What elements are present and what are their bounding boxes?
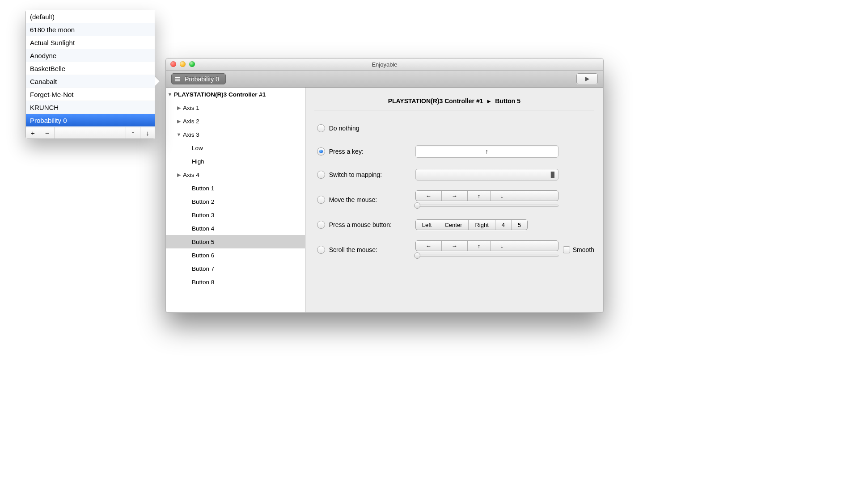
slider-thumb[interactable] — [414, 252, 420, 259]
mapping-item[interactable]: Anodyne — [26, 49, 155, 62]
radio-move-mouse[interactable] — [317, 196, 325, 204]
mouse-btn-Left[interactable]: Left — [416, 220, 439, 230]
tree-item-label: Axis 3 — [183, 131, 199, 138]
current-mapping-selector[interactable]: Probability 0 — [171, 73, 226, 84]
scroll-dir-↓[interactable]: ↓ — [491, 241, 513, 251]
caret-down-icon: ▼ — [177, 132, 181, 137]
tree-item-label: Button 6 — [192, 252, 214, 259]
mouse-btn-5[interactable]: 5 — [512, 220, 527, 230]
tree-item[interactable]: High — [166, 155, 305, 168]
tree-item[interactable]: ▶Axis 4 — [166, 168, 305, 181]
tree-item-label: Button 3 — [192, 212, 214, 218]
window-title: Enjoyable — [166, 61, 603, 68]
tree-item[interactable]: Button 6 — [166, 248, 305, 262]
option-press-mouse[interactable]: Press a mouse button: LeftCenterRight45 — [317, 213, 594, 236]
tree-item-label: Axis 2 — [183, 118, 199, 125]
option-do-nothing[interactable]: Do nothing — [317, 117, 594, 140]
tree-item[interactable]: ▶Axis 1 — [166, 101, 305, 114]
scroll-dir-←[interactable]: ← — [416, 241, 442, 251]
mapping-item[interactable]: Actual Sunlight — [26, 36, 155, 49]
play-button[interactable] — [576, 73, 598, 84]
heading-input: Button 5 — [495, 97, 520, 105]
tree-item[interactable]: Low — [166, 141, 305, 155]
scroll-speed-slider[interactable] — [415, 255, 558, 259]
scroll-direction-segmented[interactable]: ←→↑↓ — [415, 240, 558, 251]
radio-scroll-mouse[interactable] — [317, 246, 325, 254]
move-dir-←[interactable]: ← — [416, 191, 442, 201]
label-press-key: Press a key: — [329, 148, 364, 155]
tree-item[interactable]: Button 1 — [166, 181, 305, 195]
label-scroll-mouse: Scroll the mouse: — [329, 246, 377, 253]
smooth-checkbox[interactable] — [563, 246, 570, 253]
mouse-btn-Center[interactable]: Center — [438, 220, 469, 230]
scroll-dir-↑[interactable]: ↑ — [468, 241, 491, 251]
option-press-key[interactable]: Press a key: ↑ — [317, 140, 594, 163]
tree-device-label: PLAYSTATION(R)3 Controller #1 — [174, 91, 266, 98]
key-field-value: ↑ — [485, 148, 488, 155]
label-move-mouse: Move the mouse: — [329, 196, 377, 203]
radio-press-mouse[interactable] — [317, 221, 325, 229]
play-icon — [584, 76, 590, 82]
app-window: Enjoyable Probability 0 ▼ PLAYSTATION(R)… — [165, 58, 604, 313]
remove-mapping-button[interactable]: − — [40, 127, 55, 139]
mappings-list[interactable]: (default)6180 the moonActual SunlightAno… — [26, 10, 155, 127]
mappings-footer: + − ↑ ↓ — [26, 127, 155, 139]
mouse-btn-Right[interactable]: Right — [469, 220, 495, 230]
mouse-button-segmented[interactable]: LeftCenterRight45 — [415, 219, 528, 230]
caret-right-icon: ▶ — [177, 118, 181, 124]
label-do-nothing: Do nothing — [329, 125, 360, 132]
detail-heading: PLAYSTATION(R)3 Controller #1 ▸ Button 5 — [305, 88, 603, 110]
move-dir-→[interactable]: → — [442, 191, 468, 201]
mapping-item[interactable]: 6180 the moon — [26, 23, 155, 36]
tree-item[interactable]: Button 3 — [166, 208, 305, 222]
tree-item[interactable]: Button 8 — [166, 275, 305, 289]
mapping-item[interactable]: BasketBelle — [26, 62, 155, 75]
heading-device: PLAYSTATION(R)3 Controller #1 — [388, 97, 483, 105]
slider-track — [415, 255, 558, 257]
caret-right-icon: ▶ — [177, 172, 181, 178]
tree-item-label: Button 8 — [192, 279, 214, 286]
mapping-item[interactable]: KRUNCH — [26, 101, 155, 114]
tree-item[interactable]: Button 2 — [166, 195, 305, 208]
mapping-item[interactable]: (default) — [26, 10, 155, 23]
radio-press-key[interactable] — [317, 147, 325, 155]
tree-item[interactable]: ▶Axis 2 — [166, 114, 305, 128]
slider-thumb[interactable] — [414, 202, 420, 209]
input-tree[interactable]: ▼ PLAYSTATION(R)3 Controller #1 ▶Axis 1▶… — [166, 88, 305, 312]
mouse-btn-4[interactable]: 4 — [495, 220, 512, 230]
radio-switch-mapping[interactable] — [317, 171, 325, 179]
tree-item-label: Button 2 — [192, 198, 214, 205]
caret-right-icon: ▸ — [485, 97, 493, 105]
slider-track — [415, 205, 558, 207]
titlebar: Enjoyable — [166, 59, 603, 71]
footer-spacer — [55, 127, 126, 139]
move-mapping-up-button[interactable]: ↑ — [126, 127, 140, 139]
tree-item[interactable]: Button 5 — [166, 235, 305, 248]
smooth-label: Smooth — [573, 246, 594, 253]
move-speed-slider[interactable] — [415, 205, 558, 209]
tree-item[interactable]: Button 4 — [166, 222, 305, 235]
mapping-item[interactable]: Canabalt — [26, 75, 155, 88]
radio-do-nothing[interactable] — [317, 124, 325, 132]
mapping-item[interactable]: Forget-Me-Not — [26, 88, 155, 101]
switch-mapping-popup[interactable]: ▴▾ — [415, 169, 558, 181]
scroll-dir-→[interactable]: → — [442, 241, 468, 251]
add-mapping-button[interactable]: + — [26, 127, 40, 139]
option-move-mouse[interactable]: Move the mouse: ←→↑↓ — [317, 186, 594, 213]
tree-item[interactable]: ▼Axis 3 — [166, 128, 305, 141]
mapping-item[interactable]: Probability 0 — [26, 114, 155, 127]
key-field[interactable]: ↑ — [415, 145, 558, 158]
action-options: Do nothing Press a key: ↑ — [305, 110, 603, 263]
tree-device[interactable]: ▼ PLAYSTATION(R)3 Controller #1 — [166, 88, 305, 101]
move-dir-↑[interactable]: ↑ — [468, 191, 491, 201]
move-direction-segmented[interactable]: ←→↑↓ — [415, 190, 558, 201]
tree-item-label: Low — [192, 145, 203, 151]
option-scroll-mouse[interactable]: Scroll the mouse: ←→↑↓ Smooth — [317, 236, 594, 263]
tree-item-label: Axis 4 — [183, 172, 199, 178]
option-switch-mapping[interactable]: Switch to mapping: ▴▾ — [317, 163, 594, 186]
current-mapping-label: Probability 0 — [185, 76, 219, 83]
label-press-mouse: Press a mouse button: — [329, 221, 392, 228]
move-mapping-down-button[interactable]: ↓ — [140, 127, 155, 139]
tree-item[interactable]: Button 7 — [166, 262, 305, 275]
move-dir-↓[interactable]: ↓ — [491, 191, 513, 201]
